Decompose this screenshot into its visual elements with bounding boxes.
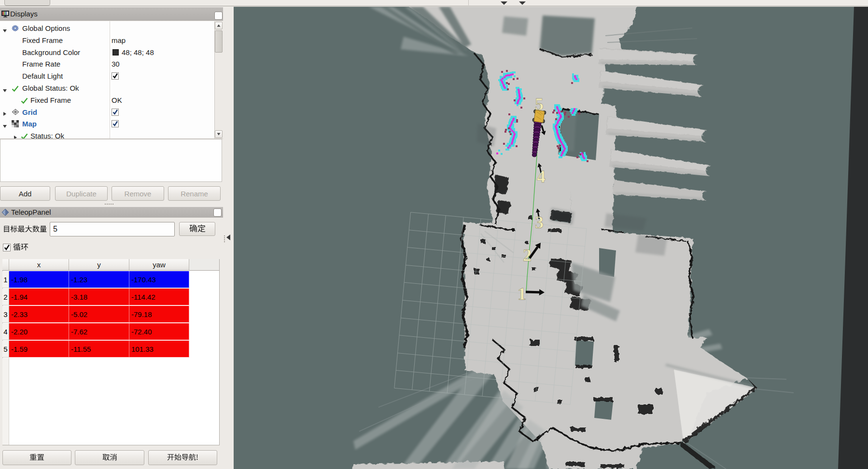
svg-text:4: 4 bbox=[537, 167, 546, 186]
svg-text:5: 5 bbox=[535, 95, 544, 114]
svg-text:1: 1 bbox=[518, 284, 526, 303]
svg-text:2: 2 bbox=[523, 246, 532, 265]
svg-text:3: 3 bbox=[535, 213, 544, 232]
